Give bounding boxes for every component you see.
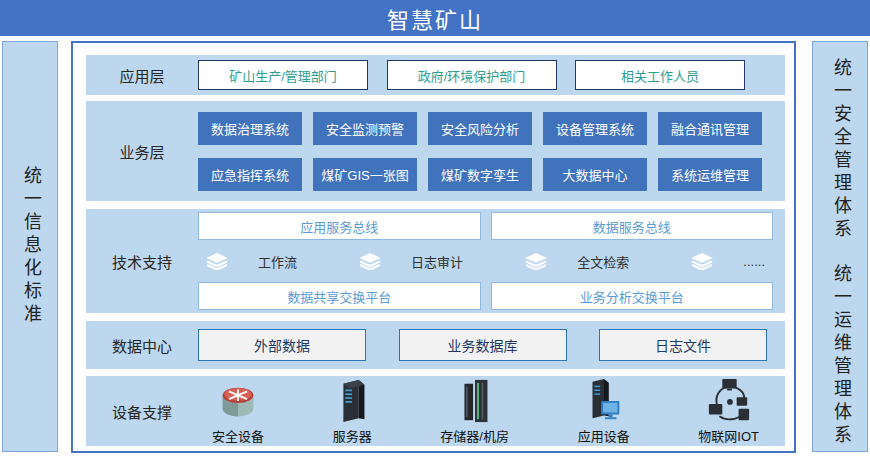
business-analysis-platform-bar: 业务分析交换平台 xyxy=(491,282,774,310)
layers-icon xyxy=(206,253,228,270)
data-service-bus-bar: 数据服务总线 xyxy=(491,212,774,240)
business-box-comm-mgmt: 融合通讯管理 xyxy=(658,112,762,145)
application-layer-row: 应用层 矿山生产/管理部门 政府/环境保护部门 相关工作人员 xyxy=(86,55,785,95)
right-panel: 统一安全管理体系 统一运维管理体系 xyxy=(812,41,868,452)
business-layer-label: 业务层 xyxy=(86,141,198,162)
device-iot-label: 物联网IOT xyxy=(698,426,759,445)
tech-support-label: 技术支持 xyxy=(86,251,198,272)
application-box-gov-dept: 政府/环境保护部门 xyxy=(387,60,557,90)
device-application-label: 应用设备 xyxy=(578,426,630,445)
data-sharing-platform-bar: 数据共享交换平台 xyxy=(198,282,481,310)
application-box-mine-dept: 矿山生产/管理部门 xyxy=(198,60,368,90)
service-log-audit: 日志审计 xyxy=(359,252,463,271)
security-device-icon xyxy=(215,380,261,424)
left-panel: 统一信息化标准 xyxy=(2,41,58,452)
iot-icon xyxy=(706,378,752,424)
data-box-external-data: 外部数据 xyxy=(198,329,366,361)
left-panel-label: 统一信息化标准 xyxy=(20,166,40,327)
device-application: 应用设备 xyxy=(578,378,630,445)
business-box-ops-mgmt: 系统运维管理 xyxy=(658,158,762,191)
device-security-label: 安全设备 xyxy=(212,426,264,445)
device-security: 安全设备 xyxy=(212,380,264,445)
tech-support-row: 技术支持 应用服务总线 数据服务总线 工作流 日志审计 xyxy=(86,209,785,313)
layers-icon xyxy=(359,253,381,270)
data-center-label: 数据中心 xyxy=(86,335,198,356)
application-layer-label: 应用层 xyxy=(86,65,198,86)
right-panel-label-ops: 统一运维管理体系 xyxy=(830,264,850,448)
business-box-digital-twin: 煤矿数字孪生 xyxy=(428,158,532,191)
data-box-business-db: 业务数据库 xyxy=(399,329,567,361)
device-server: 服务器 xyxy=(333,378,372,445)
business-box-emergency-command: 应急指挥系统 xyxy=(198,158,302,191)
service-fulltext-search: 全文检索 xyxy=(525,252,629,271)
page-title: 智慧矿山 xyxy=(0,0,870,36)
app-service-bus-bar: 应用服务总线 xyxy=(198,212,481,240)
storage-icon xyxy=(457,378,493,424)
service-ellipsis-label: ...... xyxy=(743,254,765,269)
service-workflow-label: 工作流 xyxy=(258,252,297,271)
device-support-label: 设备支撑 xyxy=(86,401,198,422)
data-box-log-files: 日志文件 xyxy=(599,329,767,361)
device-server-label: 服务器 xyxy=(333,426,372,445)
device-storage-label: 存储器/机房 xyxy=(440,426,509,445)
business-layer-row: 业务层 数据治理系统 安全监测预警 安全风险分析 设备管理系统 融合通讯管理 应… xyxy=(86,101,785,201)
business-box-risk-analysis: 安全风险分析 xyxy=(428,112,532,145)
service-log-audit-label: 日志审计 xyxy=(411,252,463,271)
device-iot: 物联网IOT xyxy=(698,378,759,445)
business-box-big-data-center: 大数据中心 xyxy=(543,158,647,191)
application-box-staff: 相关工作人员 xyxy=(575,60,745,90)
business-box-gis-map: 煤矿GIS一张图 xyxy=(313,158,417,191)
layers-icon xyxy=(691,253,713,270)
service-fulltext-search-label: 全文检索 xyxy=(577,252,629,271)
layers-icon xyxy=(525,253,547,270)
business-box-safety-monitoring: 安全监测预警 xyxy=(313,112,417,145)
architecture-diagram: 应用层 矿山生产/管理部门 政府/环境保护部门 相关工作人员 业务层 数据治理系… xyxy=(71,41,796,453)
device-storage: 存储器/机房 xyxy=(440,378,509,445)
service-ellipsis: ...... xyxy=(691,253,765,270)
data-center-row: 数据中心 外部数据 业务数据库 日志文件 xyxy=(86,321,785,369)
server-icon xyxy=(334,378,370,424)
business-box-data-governance: 数据治理系统 xyxy=(198,112,302,145)
business-box-equipment-mgmt: 设备管理系统 xyxy=(543,112,647,145)
app-device-icon xyxy=(584,378,624,424)
right-panel-label-security: 统一安全管理体系 xyxy=(830,58,850,242)
service-workflow: 工作流 xyxy=(206,252,297,271)
device-support-row: 设备支撑 安全设备 xyxy=(86,376,785,446)
